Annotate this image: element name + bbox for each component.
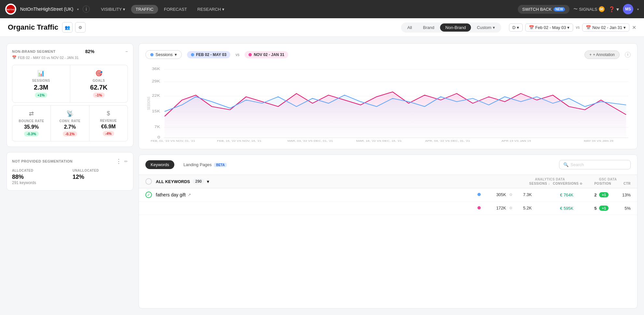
kw-empty [145, 205, 152, 211]
kw-ctr: 13% [611, 193, 631, 197]
legend-secondary: NOV 02 - JAN 31 [245, 51, 288, 58]
metrics-grid-2col: 📊 SESSIONS 2.3M +1% 🎯 GOALS 62.7K -1% [12, 65, 128, 103]
pos-change-badge-2: +1 [599, 206, 609, 211]
brand-chevron-icon[interactable]: ▾ [77, 7, 79, 11]
chart-svg: 36K 29K 22K 15K 7K 0 SESSIONS [145, 64, 631, 142]
search-box[interactable]: 🔍 Search [559, 160, 631, 169]
goals-badge: -1% [93, 93, 105, 98]
np-title: NOT PROVIDED SEGMENTATION [12, 159, 73, 163]
chart-area: 36K 29K 22K 15K 7K 0 SESSIONS [145, 64, 631, 142]
bounce-icon: ⇄ [29, 110, 34, 117]
kw-revenue-2: € 595K [534, 206, 573, 211]
seg-tab-brand[interactable]: Brand [418, 23, 440, 32]
legend-secondary-dot [248, 53, 252, 56]
calendar3-icon: 📅 [12, 55, 17, 60]
np-metrics: ALLOCATED 88% 291 keywords UNALLOCATED 1… [12, 169, 128, 185]
annotation-button[interactable]: + + Annotation [584, 50, 620, 59]
svg-text:0: 0 [157, 136, 160, 139]
col-sessions[interactable]: SESSIONS ↓ [517, 182, 550, 185]
avatar-chevron-icon[interactable]: ▾ [637, 7, 639, 11]
chart-info-icon[interactable]: i [625, 52, 631, 58]
dropdown-icon: ▾ [207, 179, 209, 184]
secondary-date-range[interactable]: 📅 Nov 02 - Jan 31 ▾ [582, 23, 629, 32]
gsc-data-section: GSC DATA POSITION CTR [585, 178, 631, 185]
nav-tab-forecast[interactable]: FORECAST [159, 5, 192, 14]
goals-icon: 🎯 [95, 70, 102, 77]
svg-text:FEB, 16, '22 VS NOV, 16, '21: FEB, 16, '22 VS NOV, 16, '21 [217, 139, 262, 142]
keyword-row: ✓ fathers day gift ↗ 305K ⊙ 7.3K [139, 188, 637, 202]
primary-date-range[interactable]: 📅 Feb 02 - May 03 ▾ [525, 23, 573, 32]
np-edit-icon[interactable]: ✏ [124, 159, 128, 164]
tab-keywords[interactable]: Keywords [145, 160, 174, 169]
new-badge: NEW [554, 7, 565, 11]
conv-badge: -0.1% [63, 131, 77, 136]
right-panel: Sessions ▾ FEB 02 - MAY 03 vs NOV 02 - J… [139, 43, 637, 308]
kw-analytics-col-2: 172K ⊙ 5.2K [467, 206, 532, 211]
kw-revenue: € 764K [534, 193, 573, 197]
analytics-data-section: ANALYTICS DATA SESSIONS ↓ CONVERSIONS ≎ [517, 178, 583, 185]
topnav-right: SWITCH BACK NEW 〜 SIGNALS 98 ❓ ▾ MS ▾ [518, 4, 639, 14]
nav-tab-traffic[interactable]: TRAFFIC [131, 5, 158, 14]
share-button[interactable]: 👥 [62, 22, 73, 33]
svg-text:22K: 22K [152, 94, 160, 97]
brand-name: NotOnTheHighStreet (UK) [20, 7, 73, 12]
kw-analytics-col: 305K ⊙ 7.3K [467, 192, 532, 198]
np-unallocated: UNALLOCATED 12% [73, 169, 128, 185]
info-icon[interactable]: i [83, 6, 90, 13]
seg-tab-nonbrand[interactable]: Non-Brand [440, 23, 471, 32]
revenue-badge: -4% [103, 131, 114, 136]
segment-pct-toggle[interactable]: − [125, 49, 128, 54]
tab-landing-pages[interactable]: Landing Pages BETA [178, 160, 232, 169]
segment-dates: 📅 FEB 02 - MAY 03 vs NOV 02 - JAN 31 [12, 55, 128, 60]
np-allocated: ALLOCATED 88% 291 keywords [12, 169, 67, 185]
kw-position-2: 5 +1 [576, 206, 609, 211]
beta-badge: BETA [214, 163, 226, 167]
svg-text:7K: 7K [154, 125, 160, 129]
page-header-icons: 👥 ⚙ [62, 22, 86, 33]
col-ctr: CTR [611, 182, 631, 185]
kw-position: 2 +1 [576, 192, 609, 197]
kw-ctr-2: 5% [611, 206, 631, 211]
nav-tab-visibility[interactable]: VISIBILITY ▾ [96, 5, 130, 14]
vs-label-2: vs [235, 52, 239, 57]
chart-header: Sessions ▾ FEB 02 - MAY 03 vs NOV 02 - J… [145, 50, 631, 59]
kw-data: 305K ⊙ 7.3K € 764K 2 +1 13% [467, 192, 631, 198]
metric-bounce-rate: ⇄ BOUNCE RATE 35.9% -0.3% [12, 106, 50, 141]
col-position: POSITION [585, 182, 611, 185]
svg-text:APR, 04, '22 VS DEC, 31, '21: APR, 04, '22 VS DEC, 31, '21 [425, 139, 470, 142]
metric-revenue: $ REVENUE €6.9M -4% [89, 106, 127, 141]
kw-external-link-icon[interactable]: ↗ [188, 193, 191, 197]
table-columns: ANALYTICS DATA SESSIONS ↓ CONVERSIONS ≎ … [517, 178, 631, 185]
d-select[interactable]: D ▾ [509, 23, 523, 32]
date-controls: D ▾ 📅 Feb 02 - May 03 ▾ vs 📅 Nov 02 - Ja… [509, 23, 636, 32]
settings-button[interactable]: ⚙ [75, 22, 86, 33]
kw-blue-dot [477, 193, 481, 196]
kw-pink-dot [477, 206, 481, 209]
seg-tab-all[interactable]: All [402, 23, 417, 32]
nav-tab-research[interactable]: RESEARCH ▾ [193, 5, 229, 14]
page-title: Organic Traffic [8, 23, 58, 32]
sessions-dropdown[interactable]: Sessions ▾ [145, 50, 182, 59]
keyword-row-2: 172K ⊙ 5.2K € 595K 5 +1 5% [139, 202, 637, 215]
date-close-button[interactable]: ✕ [632, 24, 636, 31]
svg-text:15K: 15K [152, 109, 160, 113]
metric-conv-rate: 📡 CONV. RATE 2.7% -0.1% [51, 106, 89, 141]
help-button[interactable]: ❓ ▾ [609, 6, 619, 12]
kw-checked-icon[interactable]: ✓ [145, 192, 152, 198]
avatar-button[interactable]: MS [623, 4, 633, 14]
svg-text:APR 19 VS JAN 15: APR 19 VS JAN 15 [502, 139, 531, 142]
signals-button[interactable]: 〜 SIGNALS 98 [573, 6, 604, 12]
brand-logo: NOTHS [5, 4, 16, 15]
col-conversions[interactable]: CONVERSIONS ≎ [550, 182, 583, 185]
resize-icon: ⋮ [116, 158, 122, 165]
table-header-row: ALL KEYWORDS 290 ▾ ANALYTICS DATA SESSIO… [139, 175, 637, 188]
svg-text:SESSIONS: SESSIONS [147, 96, 151, 110]
bounce-badge: -0.3% [24, 131, 39, 136]
seg-tab-custom[interactable]: Custom ▾ [472, 23, 500, 32]
all-keywords-dropdown[interactable]: ALL KEYWORDS 290 ▾ [156, 179, 209, 184]
table-select-all[interactable] [145, 178, 152, 185]
legend-primary-dot [191, 53, 194, 56]
sessions-dot [150, 53, 154, 56]
segment-pct: 82% [85, 49, 94, 54]
switch-back-button[interactable]: SWITCH BACK NEW [518, 5, 570, 14]
